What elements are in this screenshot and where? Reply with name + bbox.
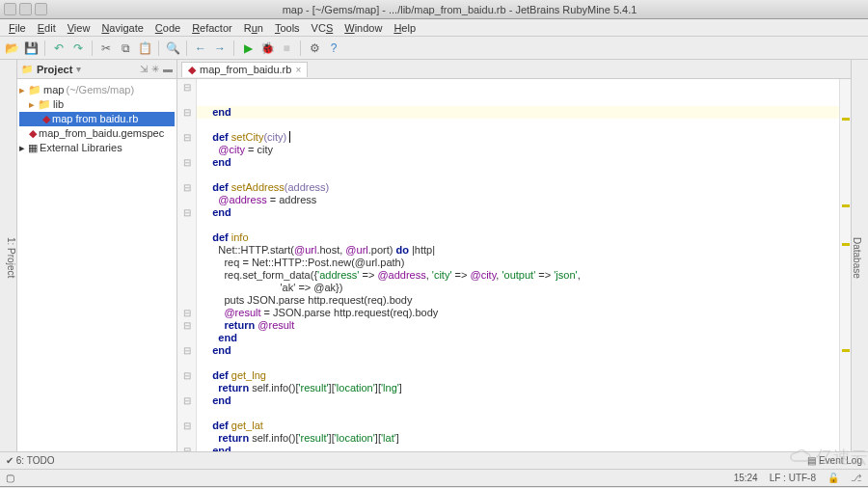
- menu-vcs[interactable]: VCS: [307, 21, 339, 35]
- status-encoding[interactable]: LF : UTF-8: [770, 473, 816, 483]
- ruby-icon: ◆: [188, 64, 196, 76]
- menu-refactor[interactable]: Refactor: [187, 21, 237, 35]
- left-tool-strip: 1: Project 7: Structure 2: Favorites: [0, 60, 17, 451]
- editor-area: ◆ map_from_baidu.rb × ⊟⊟⊟⊟⊟⊟⊟⊟⊟⊟⊟⊟⊟⊟⊟ en…: [177, 60, 851, 451]
- window-controls: [4, 3, 47, 15]
- menu-window[interactable]: Window: [339, 21, 387, 35]
- menubar: File Edit View Navigate Code Refactor Ru…: [0, 19, 868, 37]
- menu-help[interactable]: Help: [389, 21, 420, 35]
- window-title: map - [~/Gems/map] - .../lib/map_from_ba…: [55, 4, 864, 15]
- tree-item[interactable]: ▸ 📁 lib: [19, 97, 175, 112]
- right-tool-strip: Database: [851, 60, 868, 451]
- separator: [233, 41, 234, 56]
- toolbar: 📂 💾 ↶ ↷ ✂ ⧉ 📋 🔍 ← → ▶ 🐞 ■ ⚙ ?: [0, 37, 868, 60]
- project-header: 📁 Project ▾ ⇲ ✳ ▬: [17, 60, 176, 79]
- forward-icon[interactable]: →: [212, 41, 228, 56]
- back-icon[interactable]: ←: [193, 41, 208, 56]
- debug-icon[interactable]: 🐞: [259, 41, 275, 56]
- tool-event-log[interactable]: ▤ Event Log: [807, 455, 862, 466]
- error-stripe[interactable]: [839, 79, 851, 451]
- undo-icon[interactable]: ↶: [51, 41, 67, 56]
- paste-icon[interactable]: 📋: [137, 41, 152, 56]
- menu-edit[interactable]: Edit: [33, 21, 61, 35]
- status-window-icon[interactable]: ▢: [6, 473, 14, 483]
- menu-tools[interactable]: Tools: [270, 21, 305, 35]
- tab-map-from-baidu[interactable]: ◆ map_from_baidu.rb ×: [181, 62, 308, 77]
- project-tree[interactable]: ▸ 📁 map (~/Gems/map)▸ 📁 lib◆ map from ba…: [17, 79, 176, 159]
- menu-run[interactable]: Run: [239, 21, 268, 35]
- bottom-toolbar: ✔ 6: TODO ▤ Event Log: [0, 451, 868, 469]
- project-icon: 📁: [21, 64, 33, 74]
- hide-icon[interactable]: ▬: [163, 64, 173, 74]
- settings-icon[interactable]: ⚙: [307, 41, 322, 56]
- help-icon[interactable]: ?: [326, 41, 341, 56]
- minimize-button[interactable]: [4, 3, 16, 15]
- code-editor[interactable]: end def setCity(city) @city = city end d…: [197, 79, 839, 451]
- run-icon[interactable]: ▶: [240, 41, 256, 56]
- separator: [158, 41, 159, 56]
- copy-icon[interactable]: ⧉: [118, 41, 133, 56]
- redo-icon[interactable]: ↷: [70, 41, 86, 56]
- close-tab-icon[interactable]: ×: [295, 65, 301, 75]
- find-icon[interactable]: 🔍: [165, 41, 180, 56]
- separator: [300, 41, 301, 56]
- tool-todo[interactable]: ✔ 6: TODO: [6, 455, 54, 466]
- tool-database[interactable]: Database: [852, 235, 862, 281]
- statusbar: ▢ 15:24 LF : UTF-8 🔓 ⎇: [0, 469, 868, 486]
- tab-label: map_from_baidu.rb: [200, 64, 291, 75]
- menu-view[interactable]: View: [63, 21, 95, 35]
- tree-item[interactable]: ▸ 📁 map (~/Gems/map): [19, 83, 175, 97]
- project-title: Project: [37, 64, 72, 75]
- menu-navigate[interactable]: Navigate: [96, 21, 148, 35]
- gear-icon[interactable]: ✳: [151, 64, 159, 74]
- status-lock-icon[interactable]: 🔓: [827, 473, 839, 483]
- warning-marker[interactable]: [842, 118, 850, 121]
- menu-file[interactable]: File: [4, 21, 31, 35]
- editor-tabs: ◆ map_from_baidu.rb ×: [177, 60, 851, 79]
- separator: [186, 41, 187, 56]
- titlebar: map - [~/Gems/map] - .../lib/map_from_ba…: [0, 0, 868, 19]
- cut-icon[interactable]: ✂: [98, 41, 114, 56]
- warning-marker[interactable]: [842, 349, 850, 352]
- tree-item[interactable]: ◆ map_from_baidu.gemspec: [19, 126, 175, 141]
- menu-code[interactable]: Code: [150, 21, 185, 35]
- separator: [44, 41, 45, 56]
- warning-marker[interactable]: [842, 243, 850, 246]
- tool-project[interactable]: 1: Project: [6, 235, 16, 280]
- status-git-icon[interactable]: ⎇: [851, 473, 862, 483]
- main-area: 1: Project 7: Structure 2: Favorites 📁 P…: [0, 60, 868, 451]
- tree-item[interactable]: ▸ ▦ External Libraries: [19, 141, 175, 155]
- project-panel: 📁 Project ▾ ⇲ ✳ ▬ ▸ 📁 map (~/Gems/map)▸ …: [17, 60, 177, 451]
- gutter[interactable]: ⊟⊟⊟⊟⊟⊟⊟⊟⊟⊟⊟⊟⊟⊟⊟: [177, 79, 197, 451]
- editor-body: ⊟⊟⊟⊟⊟⊟⊟⊟⊟⊟⊟⊟⊟⊟⊟ end def setCity(city) @c…: [177, 79, 851, 451]
- close-button[interactable]: [35, 3, 47, 15]
- warning-marker[interactable]: [842, 204, 850, 207]
- save-icon[interactable]: 💾: [23, 41, 39, 56]
- open-icon[interactable]: 📂: [4, 41, 19, 56]
- dropdown-icon[interactable]: ▾: [76, 64, 81, 74]
- tree-item[interactable]: ◆ map from baidu.rb: [19, 112, 175, 126]
- stop-icon[interactable]: ■: [279, 41, 294, 56]
- maximize-button[interactable]: [19, 3, 32, 15]
- separator: [92, 41, 93, 56]
- status-position[interactable]: 15:24: [734, 473, 758, 483]
- collapse-icon[interactable]: ⇲: [140, 64, 148, 74]
